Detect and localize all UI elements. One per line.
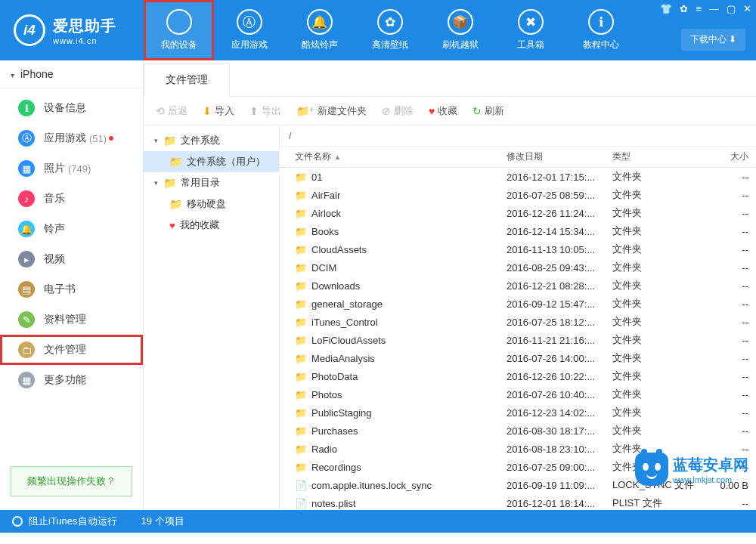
table-row[interactable]: 📄notes.plist2016-12-01 18:14:...PLIST 文件…: [280, 494, 756, 510]
table-row[interactable]: 📁iTunes_Control2016-07-25 18:12:...文件夹--: [280, 313, 756, 331]
col-type-header[interactable]: 类型: [605, 150, 703, 163]
status-bar: 阻止iTunes自动运行 19 个项目: [0, 510, 756, 533]
table-row[interactable]: 📁general_storage2016-09-12 15:47:...文件夹-…: [280, 295, 756, 313]
delete-button[interactable]: ⊘删除: [376, 101, 420, 121]
folder-icon: 📁: [169, 198, 182, 210]
sidebar-item[interactable]: ▤电子书: [0, 274, 143, 304]
nav-info[interactable]: ℹ教程中心: [565, 0, 636, 60]
folder-icon: 📁: [295, 335, 307, 346]
table-row[interactable]: 📁Recordings2016-07-25 09:00:...文件夹--: [280, 458, 756, 476]
folder-icon: 📁: [295, 226, 307, 237]
window-controls: 👕 ✿ ≡ — ▢ ✕: [660, 3, 751, 14]
tree-favorites[interactable]: ♥我的收藏: [144, 215, 279, 236]
file-icon: 📄: [295, 480, 307, 491]
nav-flower[interactable]: ✿高清壁纸: [355, 0, 425, 60]
folder-icon: 📁: [295, 462, 307, 473]
col-name-header[interactable]: 文件名称▲: [280, 150, 499, 163]
sidebar-item[interactable]: ▦照片(749): [0, 153, 143, 184]
sidebar-icon: ▤: [18, 281, 35, 298]
top-nav: 我的设备Ⓐ应用游戏🔔酷炫铃声✿高清壁纸📦刷机越狱✖工具箱ℹ教程中心: [144, 0, 636, 60]
itunes-block-toggle[interactable]: 阻止iTunes自动运行: [0, 515, 129, 528]
sidebar-icon: 🗀: [18, 342, 35, 358]
back-button[interactable]: ⟲后退: [150, 101, 194, 121]
import-button[interactable]: ⬇导入: [197, 101, 240, 121]
nav-box[interactable]: 📦刷机越狱: [425, 0, 495, 60]
folder-icon: 📁: [295, 389, 307, 400]
folder-icon: 📁: [295, 444, 307, 455]
maximize-icon[interactable]: ▢: [727, 3, 736, 14]
header-bar: i4 爱思助手 www.i4.cn 我的设备Ⓐ应用游戏🔔酷炫铃声✿高清壁纸📦刷机…: [0, 0, 756, 60]
table-row[interactable]: 📁DCIM2016-08-25 09:43:...文件夹--: [280, 258, 756, 277]
item-count: 19 个项目: [129, 515, 197, 528]
help-link[interactable]: 频繁出现操作失败？: [11, 466, 132, 496]
box-icon: 📦: [448, 9, 473, 35]
col-size-header[interactable]: 大小: [703, 150, 756, 163]
sidebar-item[interactable]: ✎资料管理: [0, 304, 143, 335]
bell-icon: 🔔: [307, 9, 333, 35]
sidebar-item[interactable]: 🗀文件管理: [0, 335, 143, 365]
sort-asc-icon: ▲: [334, 153, 341, 161]
gear-icon[interactable]: ✿: [680, 3, 688, 14]
nav-bell[interactable]: 🔔酷炫铃声: [284, 0, 355, 60]
download-center-button[interactable]: 下载中心 ⬇: [681, 29, 745, 51]
table-row[interactable]: 📁LoFiCloudAssets2016-11-21 21:16:...文件夹-…: [280, 331, 756, 349]
folder-icon: 📁: [295, 172, 307, 183]
sidebar-icon: ✎: [18, 311, 35, 328]
lines-icon[interactable]: ≡: [696, 3, 702, 14]
sidebar-item[interactable]: ♪音乐: [0, 184, 143, 214]
info-icon: ℹ: [588, 9, 614, 35]
toolbar: ⟲后退 ⬇导入 ⬆导出 📁⁺新建文件夹 ⊘删除 ♥收藏 ↻刷新: [144, 97, 756, 125]
sidebar-item[interactable]: ▸视频: [0, 244, 143, 274]
tree-drive[interactable]: 📁移动硬盘: [144, 193, 279, 215]
folder-icon: 📁: [163, 177, 176, 189]
sidebar-item[interactable]: ▦更多功能: [0, 365, 143, 395]
col-date-header[interactable]: 修改日期: [499, 150, 605, 163]
folder-icon: 📁: [295, 371, 307, 382]
sidebar-item[interactable]: ℹ设备信息: [0, 93, 143, 123]
table-row[interactable]: 📁Photos2016-07-26 10:40:...文件夹--: [280, 385, 756, 403]
tab-filemanager[interactable]: 文件管理: [144, 63, 230, 97]
tab-bar: 文件管理: [144, 60, 756, 97]
newfolder-button[interactable]: 📁⁺新建文件夹: [290, 101, 373, 121]
table-row[interactable]: 📁Purchases2016-08-30 18:17:...文件夹--: [280, 422, 756, 440]
tree-filesystem[interactable]: ▾📁文件系统: [144, 130, 279, 151]
favorite-button[interactable]: ♥收藏: [423, 101, 463, 121]
sidebar-item[interactable]: 🔔铃声: [0, 214, 143, 244]
device-selector[interactable]: iPhone: [0, 60, 143, 88]
table-row[interactable]: 📄com.apple.itunes.lock_sync2016-09-19 11…: [280, 476, 756, 494]
grid-header: 文件名称▲ 修改日期 类型 大小: [280, 147, 756, 168]
close-icon[interactable]: ✕: [743, 3, 751, 14]
table-row[interactable]: 📁Books2016-12-14 15:34:...文件夹--: [280, 222, 756, 240]
file-icon: 📄: [295, 498, 307, 509]
shirt-icon[interactable]: 👕: [660, 3, 672, 14]
table-row[interactable]: 📁Downloads2016-12-21 08:28:...文件夹--: [280, 277, 756, 295]
heart-icon: ♥: [169, 220, 175, 231]
tree-common[interactable]: ▾📁常用目录: [144, 172, 279, 193]
table-row[interactable]: 📁Radio2016-08-18 23:10:...文件夹--: [280, 440, 756, 458]
path-bar[interactable]: /: [280, 125, 756, 147]
minimize-icon[interactable]: —: [709, 3, 719, 14]
nav-apple[interactable]: 我的设备: [144, 0, 214, 60]
sidebar-icon: 🔔: [18, 221, 35, 237]
nav-appstore[interactable]: Ⓐ应用游戏: [214, 0, 284, 60]
table-row[interactable]: 📁PhotoData2016-12-26 10:22:...文件夹--: [280, 367, 756, 385]
sidebar-item[interactable]: Ⓐ应用游戏(51): [0, 123, 143, 153]
sidebar: iPhone ℹ设备信息Ⓐ应用游戏(51)▦照片(749)♪音乐🔔铃声▸视频▤电…: [0, 60, 144, 510]
table-row[interactable]: 📁PublicStaging2016-12-23 14:02:...文件夹--: [280, 403, 756, 422]
sidebar-icon: ℹ: [18, 100, 35, 116]
table-row[interactable]: 📁012016-12-01 17:15:...文件夹--: [280, 168, 756, 186]
nav-tools[interactable]: ✖工具箱: [495, 0, 565, 60]
table-row[interactable]: 📁Airlock2016-12-26 11:24:...文件夹--: [280, 204, 756, 222]
table-row[interactable]: 📁MediaAnalysis2016-07-26 14:00:...文件夹--: [280, 349, 756, 367]
refresh-button[interactable]: ↻刷新: [466, 101, 510, 121]
table-row[interactable]: 📁AirFair2016-07-25 08:59:...文件夹--: [280, 186, 756, 204]
table-row[interactable]: 📁CloudAssets2016-11-13 10:05:...文件夹--: [280, 240, 756, 258]
appstore-icon: Ⓐ: [237, 9, 262, 35]
delete-icon: ⊘: [382, 105, 391, 117]
sidebar-icon: ▦: [18, 372, 35, 388]
logo-icon: i4: [14, 14, 45, 46]
folder-icon: 📁: [295, 425, 307, 437]
export-button[interactable]: ⬆导出: [243, 101, 287, 121]
import-icon: ⬇: [203, 105, 212, 117]
tree-filesystem-user[interactable]: 📁文件系统（用户）: [144, 151, 279, 172]
